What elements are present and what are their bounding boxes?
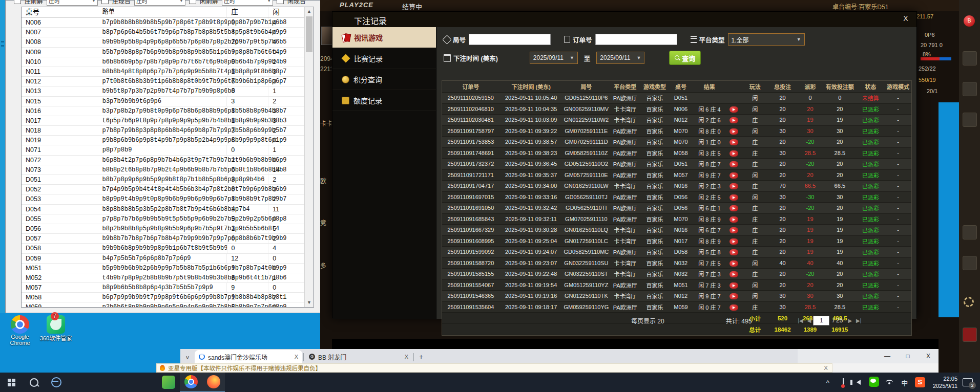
replay-icon[interactable]: ▶	[729, 249, 738, 255]
replay-icon[interactable]: ▶	[729, 293, 738, 299]
table-row[interactable]: N016b3p7p8b2p7p9b8t0p9p6p7b8b6p8b8b9p6p8…	[22, 106, 314, 116]
table-row[interactable]: 2509110917323722025-09-11 09:36:45GD0512…	[442, 159, 911, 170]
warning-close-icon[interactable]: X	[824, 365, 828, 371]
table-row[interactable]: D057b9b8b7b7b8p7b6p7b8b4p7b9p9b9b7p9p7p6…	[22, 234, 314, 244]
table-row[interactable]: 2509110915540672025-09-11 09:19:54GM0512…	[442, 280, 911, 291]
panel-icon-red[interactable]	[963, 328, 977, 342]
replay-icon[interactable]: ▶	[729, 238, 738, 245]
panel-icon[interactable]	[963, 51, 977, 66]
last-page-icon[interactable]: ▶|	[856, 318, 861, 323]
search-button[interactable]: 查询	[669, 51, 701, 65]
toolbar-checkbox[interactable]	[277, 0, 284, 4]
table-row[interactable]: D059b4p7p5b5b7p6p6p8b7p7p6p9120	[22, 254, 314, 264]
cast-icon[interactable]	[836, 379, 851, 386]
table-row[interactable]: 2509110917047172025-09-11 09:34:00GN0162…	[442, 181, 911, 192]
ime-indicator[interactable]: 中	[897, 378, 912, 387]
table-row[interactable]: N012p7t0b8t6b8b3b9t1p6b8b8p8t0b9t7b9p6t7…	[22, 77, 314, 86]
table-row[interactable]: D058b9b9b6b8p9b9b9p8p9b1p6b7t8b9t5b9b904	[22, 244, 314, 253]
table-row[interactable]: 2509110916089952025-09-11 09:25:04GN0172…	[442, 236, 911, 247]
scroll-up-icon[interactable]: ▲	[305, 7, 314, 16]
sogou-icon[interactable]: S	[912, 377, 928, 387]
replay-icon[interactable]: ▶	[729, 227, 738, 233]
replay-icon[interactable]: ▶	[729, 161, 738, 167]
table-row[interactable]: N006b7p9b8b8b8b9b8b5p9b7p8p6t7p8b9t8p9p9…	[22, 18, 314, 28]
table-row[interactable]: N009b5b7p9b8p8p7b6p9b9b8p9b8p9b8b5b1p6b9…	[22, 48, 314, 57]
table-row[interactable]: D055p7p8p7b7b6p9b9b5b9t5p5b5p9p6b9b2b7b9…	[22, 214, 314, 224]
replay-icon[interactable]: ▶	[729, 304, 738, 311]
dialog-tab-1[interactable]: 视讯游戏	[332, 27, 436, 48]
table-row[interactable]: D053b8p9p9t4b9p9t0p8p9b6b9p9b6p9b9p6b7p8…	[22, 194, 314, 204]
date-from-picker[interactable]: 2025/09/11▼	[530, 52, 578, 64]
table-row[interactable]: 2509110916858432025-09-11 09:32:11GM0702…	[442, 214, 911, 225]
start-button[interactable]	[0, 373, 23, 392]
page-input[interactable]: 1	[813, 316, 829, 325]
table-row[interactable]: N073b8b8p2t6b8p8b7p9b2t4p9b6b9b8b7b7b5p6…	[22, 165, 314, 175]
dialog-tab-3[interactable]: 积分查询	[332, 69, 436, 90]
panel-icon[interactable]	[963, 225, 977, 239]
first-page-icon[interactable]: |◀	[798, 318, 803, 323]
tab-search-chevron-icon[interactable]: v	[180, 351, 195, 363]
replay-icon[interactable]: ▶	[729, 150, 738, 157]
close-icon[interactable]: X	[901, 14, 910, 23]
toolbar-dropdown[interactable]: 庄时▼	[47, 0, 98, 6]
table-row[interactable]: D056b8p2b9b8b8p5p9b8p9b5b9p6p9b7b5p9t7b3…	[22, 224, 314, 234]
table-row[interactable]: D052b7p4p9b5p9b4t4t8p4t4b5b6b3b4p7p8t2b8…	[22, 185, 314, 194]
table-row[interactable]: N072b6p8b4t2p7p6p8p9b7b4b6p3t9p7t7b9b7b1…	[22, 156, 314, 165]
table-row[interactable]: N010b6b8b6b9p5p7p8b7p8p9p7b7t6b7t6p9b8p9…	[22, 57, 314, 67]
toolbar-dropdown[interactable]: 庄时▼	[134, 0, 185, 6]
replay-icon[interactable]: ▶	[729, 106, 738, 113]
taskbar-search-button[interactable]	[23, 373, 45, 392]
table-row[interactable]: N015b3p7b9b9b9t6p9p632	[22, 97, 314, 106]
date-to-picker[interactable]: 2025/09/11▼	[596, 52, 644, 64]
table-row[interactable]: 2509110915887202025-09-11 09:23:07GN0322…	[442, 258, 911, 269]
panel-icon[interactable]	[963, 256, 977, 270]
table-row[interactable]: 2509110916910502025-09-11 09:32:42GD0562…	[442, 203, 911, 214]
tab-bb[interactable]: G BB 射龙门 X	[305, 350, 412, 363]
toolbar-checkbox[interactable]	[189, 0, 196, 4]
taskbar-clock[interactable]: 22:05 2025/9/11	[928, 375, 963, 389]
scrollbar-thumb[interactable]	[306, 16, 312, 52]
replay-icon[interactable]: ▶	[729, 260, 738, 267]
minimize-icon[interactable]: —	[877, 353, 898, 360]
desktop-icon-360[interactable]: 7 360软件管家	[37, 315, 75, 342]
round-input[interactable]	[469, 34, 551, 45]
toolbar-checkbox[interactable]	[101, 0, 109, 4]
tab-sands[interactable]: sands澳门金沙娱乐场 X	[195, 350, 302, 363]
table-row[interactable]: N071p8p7p8b901	[22, 145, 314, 155]
table-row[interactable]: M058b6p7p9p9b9b9t7p9p8p9t6b6p6p9p9b8b7p9…	[22, 293, 314, 302]
tray-chevron-icon[interactable]: ^	[820, 379, 836, 386]
replay-icon[interactable]: ▶	[729, 172, 738, 179]
table-row[interactable]: 2509111020304812025-09-11 10:03:09GN0122…	[442, 115, 911, 126]
table-row[interactable]: N013b9b5t8p7p3b7p2p9b7t4p7b7p7b9b9p8p6b8…	[22, 86, 314, 96]
prev-page-icon[interactable]: ◀	[807, 318, 811, 323]
dialog-tab-2[interactable]: 比赛记录	[332, 48, 436, 69]
gear-icon[interactable]	[964, 297, 974, 307]
table-row[interactable]: 2509111020591502025-09-11 10:05:40GD0512…	[442, 93, 911, 104]
tab-close-icon[interactable]: X	[405, 354, 408, 360]
replay-icon[interactable]: ▶	[729, 194, 738, 201]
desktop-icon-chrome[interactable]: Google Chrome	[1, 315, 39, 346]
taskbar-chrome[interactable]	[180, 372, 202, 392]
table-row[interactable]: 2509110916673292025-09-11 09:30:28GN0162…	[442, 225, 911, 236]
dialog-tab-4[interactable]: 额度记录	[332, 90, 436, 111]
table-row[interactable]: 2509110917211712025-09-11 09:35:37GM0572…	[442, 170, 911, 181]
table-row[interactable]: 2509110917587972025-09-11 09:39:22GM0702…	[442, 126, 911, 137]
network-icon[interactable]	[882, 379, 897, 386]
toolbar-dropdown[interactable]: 庄时▼	[222, 0, 273, 6]
table-row[interactable]: D054b8p8b8b8b5p3b5p2p8b7b8t7b9p4t6b6b8b4…	[22, 205, 314, 214]
table-row[interactable]: D051b8b7p8p9p6p9b5p9p9b8t8p7b1b8b5p8b6p3…	[22, 175, 314, 185]
table-row[interactable]: M051b5p9b9b6b9b2p6b9p9p7b5b8b7b5p1b6b6p9…	[22, 264, 314, 273]
table-row[interactable]: N019p9b8p6b9b6p9p8t4p9b7p9p8b5p2b4p9p9p8…	[22, 136, 314, 145]
replay-icon[interactable]: ▶	[729, 183, 738, 189]
action-center-icon[interactable]: 2	[963, 378, 973, 386]
toolbar-checkbox[interactable]	[14, 0, 21, 4]
replay-icon[interactable]: ▶	[729, 117, 738, 123]
table-row[interactable]: M057b8p9b6b5b8b8p6p4p3b7b5b5b7p9p990	[22, 283, 314, 293]
table-row[interactable]: M052t4b9b7p8p9p2b8b8b9b7p5t9b8b4b9b3b8b6…	[22, 273, 314, 283]
table-row[interactable]: 2509110915356042025-09-11 09:18:17GM0592…	[442, 302, 911, 313]
taskbar-browser-icon[interactable]	[45, 373, 68, 392]
table-row[interactable]: 2509111020468102025-09-11 10:04:35GN0062…	[442, 104, 911, 115]
table-row[interactable]: M059p2b6b6t8p8b9p9b9p6p5p9p4p6p9p9b7b8b8…	[22, 302, 314, 308]
road-list-scrollbar[interactable]: ▲ ▼	[304, 7, 314, 307]
platform-select[interactable]: 1.全部▼	[728, 33, 805, 46]
